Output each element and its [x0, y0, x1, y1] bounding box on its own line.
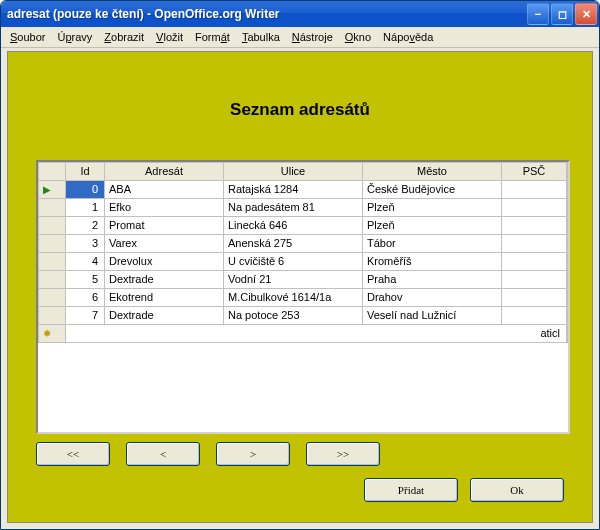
cell-id[interactable]: 6 — [66, 289, 105, 307]
cell-adresat[interactable]: Varex — [105, 235, 224, 253]
cell-mesto[interactable]: Plzeň — [363, 199, 502, 217]
menu-zobrazit[interactable]: Zobrazit — [99, 29, 149, 45]
col-header-psc[interactable]: PSČ — [502, 163, 567, 181]
menu-upravy[interactable]: Úpravy — [52, 29, 97, 45]
row-indicator: ▶ — [39, 181, 66, 199]
page-title: Seznam adresátů — [8, 100, 592, 120]
nav-prev-button[interactable]: < — [126, 442, 200, 466]
address-grid[interactable]: Id Adresát Ulice Město PSČ ▶0ABARatajská… — [36, 160, 570, 434]
cell-id[interactable]: 5 — [66, 271, 105, 289]
table-row[interactable]: ▶0ABARatajská 1284České Budějovice — [39, 181, 568, 199]
menu-soubor[interactable]: Soubor — [5, 29, 50, 45]
cell-adresat[interactable]: Dextrade — [105, 307, 224, 325]
cell-mesto[interactable]: Drahov — [363, 289, 502, 307]
cell-extra — [567, 307, 568, 325]
cell-id[interactable]: 3 — [66, 235, 105, 253]
table-row[interactable]: 5DextradeVodní 21Praha — [39, 271, 568, 289]
cell-adresat[interactable]: Drevolux — [105, 253, 224, 271]
col-header-ulice[interactable]: Ulice — [224, 163, 363, 181]
cell-ulice[interactable]: Linecká 646 — [224, 217, 363, 235]
table-row[interactable]: 3VarexAnenská 275Tábor — [39, 235, 568, 253]
add-button[interactable]: Přidat — [364, 478, 458, 502]
cell-mesto[interactable]: České Budějovice — [363, 181, 502, 199]
cell-id[interactable]: 4 — [66, 253, 105, 271]
cell-ulice[interactable]: Vodní 21 — [224, 271, 363, 289]
dialog-actions: Přidat Ok — [364, 478, 564, 502]
cell-id[interactable]: 1 — [66, 199, 105, 217]
menu-napoveda[interactable]: Nápověda — [378, 29, 438, 45]
cell-adresat[interactable]: Dextrade — [105, 271, 224, 289]
cell-extra — [567, 253, 568, 271]
cell-ulice[interactable]: U cvičiště 6 — [224, 253, 363, 271]
menu-bar: Soubor Úpravy Zobrazit Vložit Formát Tab… — [1, 27, 599, 48]
cell-ulice[interactable]: Anenská 275 — [224, 235, 363, 253]
nav-last-button[interactable]: >> — [306, 442, 380, 466]
table-row[interactable]: 6EkotrendM.Cibulkové 1614/1aDrahov — [39, 289, 568, 307]
cell-extra — [567, 289, 568, 307]
cell-psc[interactable] — [502, 307, 567, 325]
col-header-mesto[interactable]: Město — [363, 163, 502, 181]
cell-adresat[interactable]: Efko — [105, 199, 224, 217]
cell-psc[interactable] — [502, 271, 567, 289]
cell-adresat[interactable]: Ekotrend — [105, 289, 224, 307]
app-window: adresat (pouze ke čtení) - OpenOffice.or… — [0, 0, 600, 530]
cell-extra — [567, 181, 568, 199]
cell-extra — [567, 235, 568, 253]
row-indicator: ✸ — [39, 325, 66, 343]
window-title: adresat (pouze ke čtení) - OpenOffice.or… — [7, 7, 527, 21]
nav-first-button[interactable]: << — [36, 442, 110, 466]
menu-tabulka[interactable]: Tabulka — [237, 29, 285, 45]
cell-psc[interactable] — [502, 235, 567, 253]
cell-ulice[interactable]: Na potoce 253 — [224, 307, 363, 325]
cell-ulice[interactable]: Ratajská 1284 — [224, 181, 363, 199]
table-row[interactable]: 4DrevoluxU cvičiště 6Kroměříš — [39, 253, 568, 271]
row-indicator — [39, 253, 66, 271]
cell-mesto[interactable]: Praha — [363, 271, 502, 289]
nav-next-button[interactable]: > — [216, 442, 290, 466]
row-indicator — [39, 217, 66, 235]
cell-mesto[interactable]: Kroměříš — [363, 253, 502, 271]
cell-id[interactable]: 7 — [66, 307, 105, 325]
cell-ulice[interactable]: M.Cibulkové 1614/1a — [224, 289, 363, 307]
cell-psc[interactable] — [502, 253, 567, 271]
table-row[interactable]: 1EfkoNa padesátem 81Plzeň — [39, 199, 568, 217]
cell-adresat[interactable]: Promat — [105, 217, 224, 235]
table-row[interactable]: 7DextradeNa potoce 253Veselí nad Lužnicí — [39, 307, 568, 325]
new-row-placeholder[interactable]: aticl — [66, 325, 567, 343]
col-header-extra — [567, 163, 568, 181]
row-indicator — [39, 289, 66, 307]
col-header-id[interactable]: Id — [66, 163, 105, 181]
column-header-row: Id Adresát Ulice Město PSČ — [39, 163, 568, 181]
cell-extra — [567, 271, 568, 289]
ok-button[interactable]: Ok — [470, 478, 564, 502]
cell-extra — [567, 325, 568, 343]
cell-psc[interactable] — [502, 217, 567, 235]
dialog-body: Seznam adresátů Id Adresát Ulice Město P… — [7, 51, 593, 523]
cell-id[interactable]: 2 — [66, 217, 105, 235]
cell-adresat[interactable]: ABA — [105, 181, 224, 199]
menu-okno[interactable]: Okno — [340, 29, 376, 45]
cell-mesto[interactable]: Plzeň — [363, 217, 502, 235]
menu-format[interactable]: Formát — [190, 29, 235, 45]
minimize-button[interactable]: − — [527, 3, 549, 25]
col-header-adresat[interactable]: Adresát — [105, 163, 224, 181]
cell-extra — [567, 199, 568, 217]
cell-mesto[interactable]: Tábor — [363, 235, 502, 253]
close-button[interactable]: ✕ — [575, 3, 597, 25]
table-row[interactable]: 2PromatLinecká 646Plzeň — [39, 217, 568, 235]
cell-mesto[interactable]: Veselí nad Lužnicí — [363, 307, 502, 325]
row-indicator — [39, 271, 66, 289]
cell-psc[interactable] — [502, 289, 567, 307]
menu-vlozit[interactable]: Vložit — [151, 29, 188, 45]
current-row-icon: ▶ — [43, 184, 51, 195]
menu-nastroje[interactable]: Nástroje — [287, 29, 338, 45]
new-row[interactable]: ✸aticl — [39, 325, 568, 343]
cell-extra — [567, 217, 568, 235]
cell-id[interactable]: 0 — [66, 181, 105, 199]
row-indicator — [39, 199, 66, 217]
maximize-button[interactable]: ◻ — [551, 3, 573, 25]
cell-psc[interactable] — [502, 199, 567, 217]
row-header-blank — [39, 163, 66, 181]
cell-ulice[interactable]: Na padesátem 81 — [224, 199, 363, 217]
cell-psc[interactable] — [502, 181, 567, 199]
